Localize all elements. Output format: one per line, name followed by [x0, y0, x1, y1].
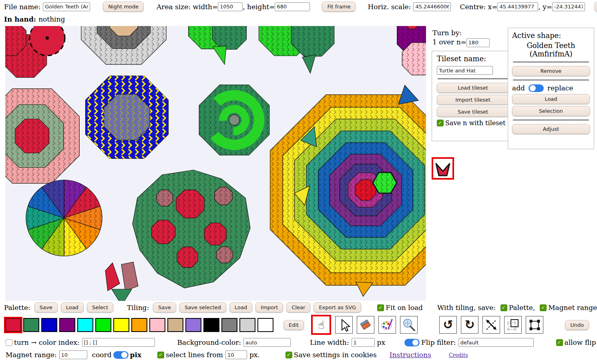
save-palette-checkbox[interactable]	[501, 304, 507, 311]
active-tile-preview[interactable]	[432, 157, 454, 180]
flip-diagonal-tool[interactable]	[482, 316, 500, 334]
tiling-canvas[interactable]	[5, 26, 426, 301]
import-tileset-button[interactable]: Import tileset	[437, 95, 509, 105]
palette-swatch[interactable]	[23, 318, 39, 332]
night-mode-button[interactable]: Night mode	[103, 2, 144, 12]
tiling-label: Tiling:	[127, 304, 149, 312]
palette-swatch[interactable]	[113, 318, 129, 332]
turn-n-input[interactable]	[466, 38, 490, 47]
palette-swatch[interactable]	[239, 318, 255, 332]
replace-label: replace	[547, 84, 573, 92]
select-lines-from-input[interactable]	[225, 350, 247, 359]
copy-selection-tool[interactable]	[504, 316, 522, 334]
undo-button[interactable]: Undo	[565, 320, 589, 330]
palette-load-button[interactable]: Load	[61, 302, 84, 312]
palette-swatch[interactable]	[5, 318, 21, 332]
allow-flip-checkbox[interactable]	[556, 339, 563, 346]
turn-color-index-checkbox[interactable]	[6, 339, 12, 346]
load-shape-button[interactable]: Load	[512, 94, 590, 104]
flip-filter-input[interactable]	[458, 338, 534, 347]
active-shape-name-2: (AmfirifmA)	[512, 50, 590, 58]
area-height-label: , height=	[243, 3, 275, 11]
palette-swatch[interactable]	[59, 318, 75, 332]
palette-swatch[interactable]	[257, 318, 273, 332]
edit-palette-button[interactable]: Edit	[283, 320, 304, 330]
add-replace-toggle[interactable]	[529, 84, 544, 92]
credits-link[interactable]: Credits	[449, 352, 468, 358]
cursor-arrow-icon	[337, 318, 351, 332]
recentre-button[interactable]: Recentre to [0,0]	[595, 2, 597, 12]
flip-filter-label: Flip filter:	[421, 338, 456, 346]
tiling-clear-button[interactable]: Clear	[286, 302, 310, 312]
palette-select-button[interactable]: Select	[87, 302, 113, 312]
tiling-load-button[interactable]: Load	[229, 302, 252, 312]
adjust-button[interactable]: Adjust	[512, 124, 590, 134]
tileset-name-input[interactable]	[437, 66, 493, 75]
tiling-save-button[interactable]: Save	[153, 302, 176, 312]
load-tileset-button[interactable]: Load tileset	[437, 83, 509, 93]
rotate-ccw-icon: ↺	[443, 319, 453, 331]
turn-color-index-input[interactable]	[82, 338, 155, 347]
file-name-input[interactable]	[43, 2, 90, 11]
adjust-nodes-icon	[528, 318, 541, 332]
palette-swatch[interactable]	[77, 318, 93, 332]
palette-swatch[interactable]	[203, 318, 219, 332]
eraser-tool[interactable]	[357, 316, 374, 334]
palette-swatch[interactable]	[149, 318, 165, 332]
palette-swatch[interactable]	[221, 318, 237, 332]
palette-save-button[interactable]: Save	[34, 302, 58, 312]
centre-x-input[interactable]	[497, 2, 538, 11]
remove-shape-button[interactable]: Remove	[512, 66, 590, 76]
palette-swatch[interactable]	[131, 318, 147, 332]
select-cursor-tool[interactable]	[335, 316, 353, 334]
horiz-scale-label: Horiz. scale:	[368, 3, 411, 11]
fit-on-load-label: Fit on load	[386, 304, 423, 312]
line-width-input[interactable]	[352, 338, 375, 347]
horiz-scale-input[interactable]	[413, 2, 451, 11]
export-svg-button[interactable]: Export as SVG	[314, 302, 361, 312]
rotate-cw-tool[interactable]: ↻	[461, 316, 478, 334]
fit-frame-button[interactable]: Fit frame	[322, 2, 356, 12]
palette-swatch[interactable]	[95, 318, 111, 332]
centre-x-label: Centre: x=	[460, 3, 497, 11]
selection-button[interactable]: Selection	[512, 106, 590, 116]
in-hand-status: In hand: nothing	[4, 15, 65, 23]
centre-y-input[interactable]	[552, 2, 585, 11]
palette-swatch[interactable]	[41, 318, 57, 332]
swatch-tool-row: Edit ☝	[5, 315, 589, 334]
golden-teeth-tile-icon	[433, 159, 452, 178]
background-color-input[interactable]	[243, 338, 291, 347]
turn-by-section: Turn by: 1 over n=	[432, 29, 490, 47]
flip-filter-toggle[interactable]	[404, 339, 420, 346]
top-toolbar: File name: Night mode Area size: width= …	[4, 2, 597, 12]
eraser-icon	[359, 318, 372, 332]
area-height-input[interactable]	[275, 2, 310, 11]
save-selected-button[interactable]: Save selected	[179, 302, 226, 312]
turn-by-line1: Turn by:	[432, 29, 490, 37]
select-lines-from-label: select lines from	[166, 351, 223, 359]
tiling-import-button[interactable]: Import	[255, 302, 283, 312]
adjust-selection-tool[interactable]	[526, 316, 543, 334]
active-shape-panel: Active shape: Golden Teeth (AmfirifmA) R…	[508, 28, 594, 149]
select-lines-from-checkbox[interactable]	[157, 352, 164, 358]
palette-swatch[interactable]	[185, 318, 201, 332]
palette-swatch[interactable]	[167, 318, 183, 332]
fit-on-load-checkbox[interactable]	[377, 304, 384, 311]
centre-y-label: , y=	[538, 3, 552, 11]
save-magnet-checkbox[interactable]	[540, 304, 547, 311]
save-n-checkbox[interactable]	[437, 120, 444, 126]
zoom-magnifier-tool[interactable]	[400, 316, 418, 334]
add-label: add	[512, 84, 525, 92]
pan-hand-tool[interactable]: ☝	[311, 315, 331, 335]
instructions-link[interactable]: Instructions	[390, 351, 431, 359]
paint-palette-tool[interactable]	[378, 316, 396, 334]
area-width-input[interactable]	[218, 2, 243, 11]
select-lines-unit: px.	[249, 351, 260, 359]
rotate-ccw-tool[interactable]: ↺	[439, 316, 457, 334]
magnet-range-input[interactable]	[59, 350, 87, 359]
magnifier-icon	[402, 318, 416, 332]
coord-pix-toggle[interactable]	[113, 351, 129, 359]
tileset-heading: Tileset name:	[437, 54, 509, 63]
save-tileset-button[interactable]: Save tileset	[437, 107, 509, 117]
save-cookies-checkbox[interactable]	[285, 352, 292, 358]
